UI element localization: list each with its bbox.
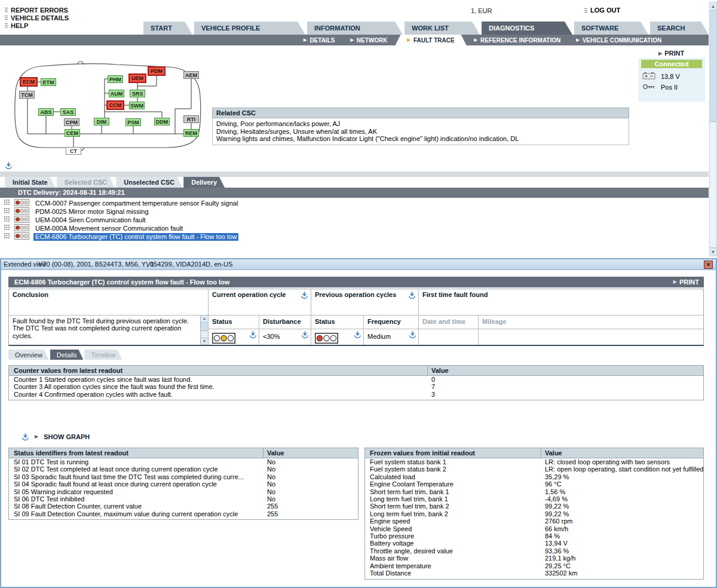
quick-link-report-errors[interactable]: REPORT ERRORS xyxy=(5,6,69,14)
scroll-thumb[interactable] xyxy=(710,11,716,122)
dtc-row[interactable]: UEM-0004 Siren Communication fault xyxy=(0,216,538,224)
tab-vehicle-profile[interactable]: VEHICLE PROFILE xyxy=(194,22,305,35)
info-icon[interactable] xyxy=(354,330,361,338)
scroll-down-icon[interactable]: ▼ xyxy=(201,338,208,345)
ecu-module-cem[interactable]: CEM xyxy=(65,129,80,137)
table-row[interactable]: Mass air flow219,1 kg/h xyxy=(365,555,703,562)
tab-software[interactable]: SOFTWARE xyxy=(574,22,648,35)
show-graph-button[interactable]: ▶ SHOW GRAPH xyxy=(22,433,90,440)
table-row[interactable]: Counter 3 All operation cycles since the… xyxy=(9,383,703,390)
detail-tab-timeline[interactable]: Timeline xyxy=(84,350,122,360)
info-icon[interactable] xyxy=(5,161,13,169)
ecu-module-rem[interactable]: REM xyxy=(183,129,199,137)
ecu-module-aem[interactable]: AEM xyxy=(183,71,199,79)
table-row[interactable]: SI 05 Warning indicator requestedNo xyxy=(9,488,358,495)
table-row[interactable]: Vehicle Speed66 km/h xyxy=(365,525,703,532)
tab-search[interactable]: SEARCH xyxy=(650,22,709,35)
grid-icon[interactable] xyxy=(4,216,10,223)
table-row[interactable]: Battery voltage13,94 V xyxy=(365,540,703,547)
table-row[interactable]: SI 08 Fault Detection Counter, current v… xyxy=(9,503,358,510)
table-row[interactable]: Long term fuel trim, bank 1-4,69 % xyxy=(365,495,703,503)
table-row[interactable]: SI 03 Sporadic fault found last time the… xyxy=(9,473,358,480)
table-row[interactable]: Counter 1 Started operation cycles since… xyxy=(9,376,703,383)
table-row[interactable]: SI 06 DTC Test inhibitedNo xyxy=(9,495,358,503)
ecu-module-ddm[interactable]: DDM xyxy=(154,118,170,125)
table-row[interactable]: Short term fuel trim, bank 11,56 % xyxy=(365,488,703,495)
table-row[interactable]: Turbo pressure84 % xyxy=(365,532,703,540)
info-icon[interactable] xyxy=(249,330,257,338)
tab-information[interactable]: INFORMATION xyxy=(307,22,403,35)
scroll-thumb[interactable] xyxy=(201,323,208,331)
grid-icon[interactable] xyxy=(4,200,10,207)
ecu-module-abs[interactable]: ABS xyxy=(38,108,54,116)
dtc-row[interactable]: CCM-0007 Passenger compartment temperatu… xyxy=(0,199,538,207)
table-row[interactable]: Total Distance332502 km xyxy=(365,569,703,577)
ecu-module-rti[interactable]: RTI xyxy=(183,115,199,123)
close-icon[interactable]: ✕ xyxy=(704,261,713,269)
tab-diagnostics[interactable]: DIAGNOSTICS xyxy=(482,22,572,35)
ecu-module-psm[interactable]: PSM xyxy=(125,118,141,126)
quick-link-vehicle-details[interactable]: VEHICLE DETAILS xyxy=(5,14,69,22)
scroll-down-icon[interactable]: ▼ xyxy=(710,247,716,256)
page-scrollbar[interactable]: ▲ ▼ xyxy=(709,2,717,256)
info-icon[interactable] xyxy=(301,291,308,299)
table-row[interactable]: Engine speed2760 rpm xyxy=(365,517,703,525)
logout-button[interactable]: LOG OUT xyxy=(584,7,620,14)
conclusion-scrollbar[interactable]: ▲ ▼ xyxy=(200,316,208,345)
csc-tab-unselected-csc[interactable]: Unselected CSC xyxy=(116,177,182,188)
table-row[interactable]: SI 09 Fault Detection Counter, maximum v… xyxy=(9,510,358,517)
subtab-network[interactable]: ▶NETWORK xyxy=(342,35,395,45)
ecu-module-tcm[interactable]: TCM xyxy=(19,91,35,99)
csc-tab-initial-state[interactable]: Initial State xyxy=(5,177,56,188)
ecu-module-etm[interactable]: ETM xyxy=(41,78,56,86)
tab-work-list[interactable]: WORK LIST xyxy=(405,22,480,35)
ecu-module-ccm[interactable]: CCM xyxy=(106,100,124,110)
grid-icon[interactable] xyxy=(4,233,10,240)
ecu-module-uem[interactable]: UEM xyxy=(128,74,146,83)
csc-tab-selected-csc[interactable]: Selected CSC xyxy=(57,177,115,188)
table-row[interactable]: Fuel system status bank 1LR: closed loop… xyxy=(365,458,703,466)
table-row[interactable]: Long term fuel trim, bank 299,22 % xyxy=(365,510,703,517)
table-row[interactable]: Engine Coolant Temperature96 °C xyxy=(365,480,703,488)
dtc-row[interactable]: PDM-0025 Mirror motor Signal missing xyxy=(0,207,538,216)
csc-tab-delivery[interactable]: Delivery xyxy=(183,177,225,188)
subtab-reference-information[interactable]: ▶REFERENCE INFORMATION xyxy=(467,35,569,45)
ecu-module-srs[interactable]: SRS xyxy=(130,90,145,97)
ecu-module-ecm[interactable]: ECM xyxy=(20,77,38,87)
tab-start[interactable]: START xyxy=(143,22,192,35)
ecu-module-pdm[interactable]: PDM xyxy=(148,66,166,76)
print-button[interactable]: ▶ PRINT xyxy=(673,277,699,287)
table-row[interactable]: Ambient temperature29,25 °C xyxy=(365,562,703,569)
info-icon[interactable] xyxy=(409,330,416,338)
table-row[interactable]: SI 02 DTC Test completed at least once d… xyxy=(9,466,358,473)
subtab-details[interactable]: ▶DETAILS xyxy=(296,35,342,45)
scroll-up-icon[interactable]: ▲ xyxy=(201,316,208,323)
info-icon[interactable] xyxy=(301,330,309,338)
grid-icon[interactable] xyxy=(4,225,10,232)
ecu-module-dim[interactable]: DIM xyxy=(94,118,109,125)
scroll-up-icon[interactable]: ▲ xyxy=(710,2,716,11)
table-row[interactable]: Short term fuel trim, bank 299,22 % xyxy=(365,503,703,510)
ecu-module-phm[interactable]: PHM xyxy=(108,75,123,83)
table-row[interactable]: SI 01 DTC Test is runningNo xyxy=(9,458,358,466)
grid-icon[interactable] xyxy=(4,208,10,215)
print-button[interactable]: ▶ PRINT xyxy=(658,50,684,57)
quick-link-help[interactable]: HELP xyxy=(5,22,69,29)
ecu-module-sas[interactable]: SAS xyxy=(60,108,76,116)
ecu-module-aum[interactable]: AUM xyxy=(109,90,124,97)
dtc-row[interactable]: UEM-000A Movement sensor Communication f… xyxy=(0,224,538,232)
dtc-row[interactable]: ECM-6806 Turbocharger (TC) control syste… xyxy=(0,232,538,241)
ecu-module-swm[interactable]: SWM xyxy=(129,102,145,109)
table-row[interactable]: Fuel system status bank 2LR: open loop o… xyxy=(365,466,703,473)
info-icon[interactable] xyxy=(22,433,29,440)
ecu-module-ct[interactable]: CT xyxy=(66,147,81,155)
detail-tab-details[interactable]: Details xyxy=(50,350,84,360)
info-icon[interactable] xyxy=(408,291,416,299)
table-row[interactable]: SI 04 Sporadic fault found at least once… xyxy=(9,480,358,488)
table-row[interactable]: Calculated load35,29 % xyxy=(365,473,703,480)
detail-tab-overview[interactable]: Overview xyxy=(8,350,49,360)
subtab-fault-trace[interactable]: ▶FAULT TRACE xyxy=(396,35,467,45)
ecu-module-cpm[interactable]: CPM xyxy=(64,118,79,126)
table-row[interactable]: Throttle angle, desired value93,36 % xyxy=(365,547,703,555)
table-row[interactable]: Counter 4 Confirmed operation cycles wit… xyxy=(9,391,703,398)
